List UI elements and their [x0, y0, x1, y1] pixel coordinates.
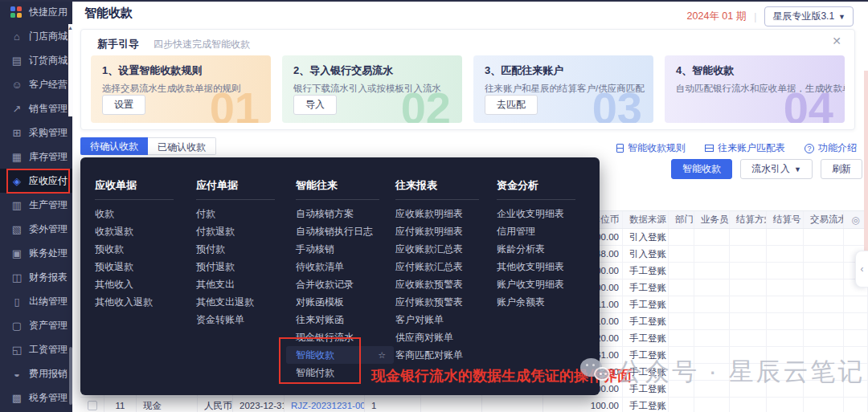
- smart-receipt-button[interactable]: 智能收款: [671, 159, 732, 179]
- menu-item[interactable]: 客商匹配对账单: [395, 346, 490, 364]
- menu-item[interactable]: 其他支出: [196, 275, 286, 293]
- menu-item[interactable]: 账户余额表: [497, 293, 587, 311]
- menu-item[interactable]: 应收账款明细表: [395, 205, 490, 222]
- panel-collapse-handle[interactable]: ‹: [855, 251, 868, 288]
- menu-item[interactable]: 应收账款汇总表: [395, 240, 490, 258]
- table-cell: [767, 229, 804, 245]
- menu-item-smart-receipt[interactable]: 智能收款☆: [286, 346, 394, 364]
- sidebar-item-customer-ops[interactable]: ☺客户经营: [0, 72, 72, 96]
- menu-item-label: 其他收入: [95, 279, 133, 290]
- scroll-up-icon[interactable]: ▲: [68, 25, 73, 31]
- table-cell: [767, 296, 804, 312]
- menu-item[interactable]: 对账函模板: [296, 293, 391, 311]
- menu-item[interactable]: 自动核销方案: [296, 205, 391, 222]
- sidebar-item-expense-claim[interactable]: ◒费用报销: [0, 361, 72, 385]
- card-action-button[interactable]: 去匹配: [485, 95, 538, 115]
- sidebar-item-inventory-mgmt[interactable]: ▦库存管理: [0, 145, 72, 169]
- menu-item[interactable]: 手动核销: [296, 240, 391, 258]
- menu-item-label: 智能付款: [296, 367, 334, 378]
- menu-item[interactable]: 待收款清单: [296, 258, 391, 275]
- menu-item[interactable]: 其他收入: [95, 275, 185, 293]
- menu-item[interactable]: 其他支出退款: [196, 293, 286, 311]
- version-dropdown[interactable]: 星辰专业版3.1 ▼: [764, 6, 854, 27]
- sidebar-item-receivable-payable[interactable]: ◈应收应付: [0, 169, 72, 193]
- doc-number-link[interactable]: RJZ-20231231-00001: [291, 401, 365, 410]
- menu-item[interactable]: 企业收支明细表: [497, 205, 587, 222]
- sidebar-item-label: 生产管理: [29, 198, 68, 212]
- sidebar-item-outsourcing-mgmt[interactable]: ▧委外管理: [0, 217, 72, 241]
- flow-import-dropdown[interactable]: 流水引入 ▼: [740, 159, 813, 179]
- row-checkbox[interactable]: [88, 401, 97, 410]
- sidebar-item-bookkeeping[interactable]: ▣账务处理: [0, 241, 72, 265]
- scrollbar-thumb[interactable]: [69, 347, 72, 405]
- right-edge-scrollbar[interactable]: [864, 71, 868, 273]
- link-label: 智能收款规则: [628, 141, 686, 155]
- table-cell: [804, 229, 844, 245]
- table-cell: [694, 263, 730, 279]
- table-cell: [669, 398, 694, 412]
- sidebar-item-sales-mgmt[interactable]: ↗销售管理: [0, 96, 72, 120]
- menu-item[interactable]: 预收退款: [95, 258, 185, 275]
- table-cell: [767, 246, 804, 262]
- menu-item[interactable]: 收款: [95, 205, 185, 222]
- favorite-star-icon[interactable]: ☆: [378, 346, 386, 364]
- menu-item[interactable]: 合并收款记录: [296, 275, 391, 293]
- card-action-button[interactable]: 导入: [293, 95, 337, 115]
- table-cell: 现金: [137, 398, 198, 412]
- menu-item[interactable]: 收款退款: [95, 222, 185, 240]
- sidebar-scrollbar-track[interactable]: [68, 24, 73, 116]
- menu-item[interactable]: 付款: [196, 205, 286, 222]
- sidebar-item-quick-apps[interactable]: 快捷应用: [0, 0, 72, 24]
- menu-divider: [395, 199, 479, 200]
- column-settings-gear-icon[interactable]: ◎: [851, 214, 859, 226]
- card-step-number: 02: [401, 86, 451, 123]
- sidebar-item-production-mgmt[interactable]: ▥生产管理: [0, 193, 72, 217]
- sidebar-item-asset-mgmt[interactable]: ▢资产管理: [0, 313, 72, 337]
- menu-item[interactable]: 信用管理: [497, 222, 587, 240]
- sidebar-item-payroll-mgmt[interactable]: ◱工资管理: [0, 337, 72, 361]
- menu-item-label: 账龄分析表: [497, 243, 545, 255]
- sidebar-item-label: 库存管理: [29, 150, 68, 164]
- menu-item[interactable]: 应收账款预警表: [395, 275, 490, 293]
- table-row: 11现金人民币2023-12-31RJZ-20231231-000011100.…: [80, 398, 868, 412]
- menu-item[interactable]: 付款退款: [196, 222, 286, 240]
- sidebar-item-label: 工资管理: [29, 343, 68, 357]
- sidebar-item-tax-mgmt[interactable]: ▩税务管理: [0, 385, 72, 410]
- menu-item[interactable]: 其他收入退款: [95, 293, 185, 311]
- menu-item[interactable]: 预付款: [196, 240, 286, 258]
- card-action-button[interactable]: 设置: [102, 95, 145, 115]
- menu-item-label: 信用管理: [497, 226, 535, 237]
- menu-item[interactable]: 预付退款: [196, 258, 286, 275]
- link-smart-receipt-rules[interactable]: 智能收款规则: [616, 141, 686, 155]
- menu-item[interactable]: 预收款: [95, 240, 185, 258]
- guide-card-step-1: 1、设置智能收款规则选择交易流水生成收款单据的规则设置01: [91, 55, 271, 123]
- menu-item[interactable]: 账龄分析表: [497, 240, 587, 258]
- link-feature-intro[interactable]: ? 功能介绍: [805, 141, 857, 155]
- menu-item[interactable]: 资金转账单: [196, 311, 286, 328]
- menu-item[interactable]: 自动核销执行日志: [296, 222, 391, 240]
- sidebar-item-purchase-mgmt[interactable]: ⊞采购管理: [0, 120, 72, 145]
- menu-item[interactable]: 往来对账函: [296, 311, 391, 328]
- menu-item[interactable]: 客户对账单: [395, 311, 490, 328]
- link-account-match-table[interactable]: 往来账户匹配表: [705, 141, 785, 155]
- sidebar-item-store-mall[interactable]: ⌂门店商城: [0, 24, 72, 48]
- menu-item[interactable]: 应付账款明细表: [395, 222, 490, 240]
- sidebar-item-cashier-mgmt[interactable]: ▯出纳管理: [0, 289, 72, 313]
- table-cell: [669, 330, 694, 346]
- sidebar-item-financial-reports[interactable]: ◫财务报表: [0, 265, 72, 289]
- tab-confirmed-receipts[interactable]: 已确认收款: [148, 137, 216, 155]
- sidebar-nav: 快捷应用⌂门店商城▤订货商城☺客户经营↗销售管理⊞采购管理▦库存管理◈应收应付▥…: [0, 0, 72, 410]
- tab-pending-receipts[interactable]: 待确认收款: [80, 137, 148, 155]
- menu-item[interactable]: 应付账款汇总表: [395, 258, 490, 275]
- header-cell: 结算方式: [730, 211, 767, 228]
- refresh-button[interactable]: 刷新: [821, 159, 862, 179]
- sidebar-item-label: 门店商城: [29, 30, 68, 43]
- menu-item[interactable]: 其他收支明细表: [497, 258, 587, 275]
- menu-item[interactable]: 供应商对账单: [395, 328, 490, 346]
- menu-item[interactable]: 现金银行流水: [296, 328, 391, 346]
- menu-item[interactable]: 应付账款预警表: [395, 293, 490, 311]
- close-icon[interactable]: ✕: [832, 35, 841, 47]
- sidebar-item-order-mall[interactable]: ▤订货商城: [0, 48, 72, 72]
- menu-item[interactable]: 账户收支明细表: [497, 275, 587, 293]
- customer-ops-icon: ☺: [10, 79, 23, 91]
